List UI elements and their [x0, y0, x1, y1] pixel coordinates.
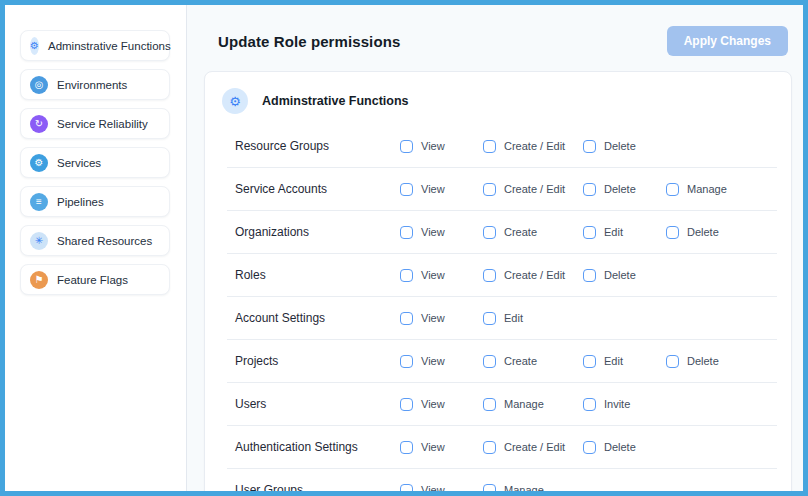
- permission-option: View: [400, 312, 483, 325]
- permission-option: Manage: [666, 183, 791, 196]
- permission-checkbox-label: View: [421, 226, 445, 238]
- sidebar-item-label: Pipelines: [57, 196, 104, 208]
- page-header: Update Role permissions Apply Changes: [187, 5, 803, 71]
- permission-checkbox[interactable]: [666, 355, 679, 368]
- permission-option: Manage: [483, 398, 583, 411]
- sidebar-item-service-reliability[interactable]: ↻ Service Reliability: [20, 108, 170, 139]
- permission-option: Delete: [666, 226, 791, 239]
- permission-checkbox[interactable]: [400, 312, 413, 325]
- permission-option: Create: [483, 355, 583, 368]
- permission-option: Invite: [583, 398, 666, 411]
- permission-row: Organizations View Create Edit Delete: [205, 211, 791, 253]
- sidebar-item-adminstrative-functions[interactable]: ⚙ Adminstrative Functions: [20, 30, 170, 61]
- sidebar-item-label: Shared Resources: [57, 235, 152, 247]
- permission-option: Delete: [583, 183, 666, 196]
- permission-row-label: Resource Groups: [235, 139, 400, 153]
- permission-checkbox[interactable]: [483, 484, 496, 492]
- services-gear-icon: ⚙: [30, 154, 48, 172]
- sidebar-item-pipelines[interactable]: ≡ Pipelines: [20, 186, 170, 217]
- sidebar: ⚙ Adminstrative Functions ◎ Environments…: [5, 5, 187, 491]
- permission-checkbox-label: Create: [504, 226, 537, 238]
- permission-checkbox-label: View: [421, 183, 445, 195]
- permission-checkbox-label: Manage: [687, 183, 727, 195]
- permission-checkbox[interactable]: [483, 183, 496, 196]
- permissions-card-header: ⚙ Adminstrative Functions: [205, 72, 791, 125]
- permission-row-label: Authentication Settings: [235, 440, 400, 454]
- gear-icon: ⚙: [222, 88, 248, 114]
- permission-checkbox-label: Manage: [504, 398, 544, 410]
- permission-option: Edit: [583, 226, 666, 239]
- permission-checkbox[interactable]: [666, 226, 679, 239]
- permission-checkbox[interactable]: [583, 269, 596, 282]
- permission-checkbox[interactable]: [483, 226, 496, 239]
- permission-option: View: [400, 398, 483, 411]
- permission-option: View: [400, 355, 483, 368]
- permission-checkbox-label: Delete: [604, 269, 636, 281]
- permission-row: Account Settings View Edit: [205, 297, 791, 339]
- permission-option: View: [400, 269, 483, 282]
- permission-checkbox-label: Delete: [604, 183, 636, 195]
- environments-icon: ◎: [30, 76, 48, 94]
- permission-option: Edit: [483, 312, 583, 325]
- permission-option: Delete: [583, 269, 666, 282]
- permission-row: Projects View Create Edit Delete: [205, 340, 791, 382]
- permission-checkbox[interactable]: [483, 312, 496, 325]
- permission-checkbox[interactable]: [400, 183, 413, 196]
- permission-checkbox[interactable]: [583, 183, 596, 196]
- permission-checkbox[interactable]: [583, 441, 596, 454]
- shared-resources-icon: ✳: [30, 232, 48, 250]
- permission-option: View: [400, 441, 483, 454]
- permission-option: View: [400, 484, 483, 492]
- permission-checkbox[interactable]: [583, 355, 596, 368]
- permission-checkbox-label: Invite: [604, 398, 630, 410]
- sidebar-item-environments[interactable]: ◎ Environments: [20, 69, 170, 100]
- permission-checkbox[interactable]: [583, 398, 596, 411]
- permission-checkbox[interactable]: [483, 355, 496, 368]
- permission-checkbox-label: Delete: [604, 441, 636, 453]
- permission-checkbox[interactable]: [483, 269, 496, 282]
- permission-option: Create / Edit: [483, 140, 583, 153]
- permission-row-label: User Groups: [235, 483, 400, 491]
- apply-changes-button[interactable]: Apply Changes: [667, 26, 788, 56]
- permission-checkbox[interactable]: [483, 140, 496, 153]
- permission-checkbox[interactable]: [483, 441, 496, 454]
- permission-option: Edit: [583, 355, 666, 368]
- sidebar-item-shared-resources[interactable]: ✳ Shared Resources: [20, 225, 170, 256]
- permission-checkbox[interactable]: [400, 484, 413, 492]
- permission-row: Users View Manage Invite: [205, 383, 791, 425]
- permission-checkbox-label: View: [421, 484, 445, 491]
- permission-checkbox[interactable]: [400, 226, 413, 239]
- permission-option: Manage: [483, 484, 583, 492]
- permission-checkbox-label: Create / Edit: [504, 140, 565, 152]
- permission-checkbox-label: View: [421, 398, 445, 410]
- permission-checkbox[interactable]: [400, 355, 413, 368]
- permission-checkbox-label: View: [421, 140, 445, 152]
- permission-checkbox-label: Edit: [604, 226, 623, 238]
- permission-row: Roles View Create / Edit Delete: [205, 254, 791, 296]
- permission-checkbox[interactable]: [583, 140, 596, 153]
- permission-checkbox[interactable]: [400, 441, 413, 454]
- sidebar-item-label: Feature Flags: [57, 274, 128, 286]
- permission-checkbox-label: Create / Edit: [504, 441, 565, 453]
- sidebar-item-feature-flags[interactable]: ⚑ Feature Flags: [20, 264, 170, 295]
- permission-row-label: Projects: [235, 354, 400, 368]
- permission-checkbox-label: Edit: [604, 355, 623, 367]
- reliability-icon: ↻: [30, 115, 48, 133]
- permission-checkbox-label: View: [421, 441, 445, 453]
- permission-checkbox[interactable]: [583, 226, 596, 239]
- permission-checkbox[interactable]: [400, 269, 413, 282]
- permission-checkbox[interactable]: [666, 183, 679, 196]
- permission-option: View: [400, 140, 483, 153]
- permissions-card: ⚙ Adminstrative Functions Resource Group…: [204, 71, 792, 491]
- permission-checkbox[interactable]: [400, 398, 413, 411]
- permission-row-label: Service Accounts: [235, 182, 400, 196]
- permission-option: Create / Edit: [483, 441, 583, 454]
- permission-checkbox[interactable]: [400, 140, 413, 153]
- permission-option: View: [400, 226, 483, 239]
- permission-checkbox[interactable]: [483, 398, 496, 411]
- permission-option: Delete: [583, 441, 666, 454]
- gear-icon: ⚙: [30, 37, 39, 55]
- sidebar-item-services[interactable]: ⚙ Services: [20, 147, 170, 178]
- permission-checkbox-label: Create: [504, 355, 537, 367]
- permission-checkbox-label: View: [421, 355, 445, 367]
